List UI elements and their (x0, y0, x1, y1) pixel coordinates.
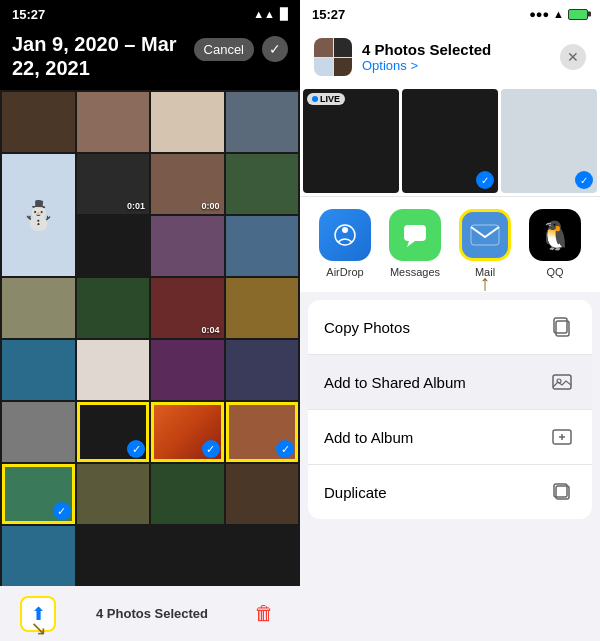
right-status-icons: ●●● ▲ (529, 8, 588, 20)
messages-label: Messages (390, 266, 440, 278)
photo-cell-snowman[interactable] (2, 154, 75, 276)
left-status-icons: ▲▲ ▉ (253, 8, 288, 21)
messages-icon[interactable] (389, 209, 441, 261)
duplicate-icon (548, 478, 576, 506)
photo-cell[interactable] (2, 278, 75, 338)
photo-grid: 0:01 0:00 0:04 ✓ ✓ ✓ ✓ (0, 90, 300, 586)
action-list: Copy Photos Add to Shared Album Add to A… (308, 300, 592, 519)
copy-icon (548, 313, 576, 341)
share-button-container: ↙ ⬆ (20, 596, 56, 632)
shared-album-icon (548, 368, 576, 396)
photo-cell-selected[interactable]: ✓ (2, 464, 75, 524)
action-add-album-label: Add to Album (324, 429, 413, 446)
photo-cell[interactable]: 0:01 (77, 154, 150, 214)
preview-photo-3[interactable]: ✓ (501, 89, 597, 193)
svg-point-1 (342, 227, 348, 233)
options-link[interactable]: Options > (362, 58, 550, 73)
airdrop-label: AirDrop (326, 266, 363, 278)
photo-cell[interactable] (151, 216, 224, 276)
app-item-airdrop: AirDrop (319, 209, 371, 278)
action-duplicate[interactable]: Duplicate (308, 465, 592, 519)
svg-rect-4 (471, 225, 499, 245)
left-title: Jan 9, 2020 – Mar 22, 2021 (12, 32, 177, 80)
photo-cell[interactable] (226, 154, 299, 214)
left-bottom-bar: ↙ ⬆ 4 Photos Selected 🗑 (0, 586, 300, 641)
preview-photo-1[interactable]: LIVE (303, 89, 399, 193)
left-header: Jan 9, 2020 – Mar 22, 2021 Cancel ✓ (0, 28, 300, 90)
qq-icon[interactable]: 🐧 (529, 209, 581, 261)
photo-cell[interactable] (151, 92, 224, 152)
photo-cell[interactable] (226, 216, 299, 276)
share-arrow-indicator: ↙ (30, 616, 47, 640)
mail-arrow-indicator: ↑ (480, 270, 491, 296)
photo-cell[interactable] (151, 340, 224, 400)
close-button[interactable]: ✕ (560, 44, 586, 70)
photo-cell[interactable] (226, 92, 299, 152)
trash-button[interactable]: 🗑 (248, 598, 280, 630)
qq-label: QQ (546, 266, 563, 278)
live-dot (312, 96, 318, 102)
left-status-bar: 15:27 ▲▲ ▉ (0, 0, 300, 28)
photo-cell[interactable] (2, 92, 75, 152)
mail-icon[interactable] (459, 209, 511, 261)
photo-cell-selected[interactable]: ✓ (151, 402, 224, 462)
photo-cell[interactable] (77, 464, 150, 524)
action-add-album[interactable]: Add to Album (308, 410, 592, 465)
photo-cell[interactable] (77, 92, 150, 152)
preview-photo-2[interactable]: ✓ (402, 89, 498, 193)
right-panel: 15:27 ●●● ▲ 4 Photos Selected Options > … (300, 0, 600, 641)
action-duplicate-label: Duplicate (324, 484, 387, 501)
photo-cell[interactable] (2, 526, 75, 586)
right-time: 15:27 (312, 7, 345, 22)
battery-icon (568, 9, 588, 20)
svg-rect-7 (553, 375, 571, 389)
left-time: 15:27 (12, 7, 45, 22)
share-sheet-header: 4 Photos Selected Options > ✕ (300, 28, 600, 86)
action-shared-album[interactable]: Add to Shared Album (308, 355, 592, 410)
action-copy-photos[interactable]: Copy Photos (308, 300, 592, 355)
photo-cell[interactable] (2, 402, 75, 462)
photo-cell[interactable] (77, 216, 150, 276)
battery-icon-left: ▉ (280, 8, 288, 21)
share-header-thumbnail (314, 38, 352, 76)
cancel-button[interactable]: Cancel (194, 38, 254, 61)
photo-cell[interactable]: 0:00 (151, 154, 224, 214)
signal-icon: ●●● (529, 8, 549, 20)
app-item-mail: ↑ Mail (459, 209, 511, 278)
photo-cell[interactable] (151, 464, 224, 524)
action-copy-label: Copy Photos (324, 319, 410, 336)
left-panel: 15:27 ▲▲ ▉ Jan 9, 2020 – Mar 22, 2021 Ca… (0, 0, 300, 641)
photo-cell-selected[interactable]: ✓ (226, 402, 299, 462)
photo-cell[interactable] (77, 340, 150, 400)
app-item-qq: 🐧 QQ (529, 209, 581, 278)
left-header-buttons: Cancel ✓ (194, 36, 288, 62)
photo-cell[interactable]: 0:04 (151, 278, 224, 338)
photo-cell-selected[interactable]: ✓ (77, 402, 150, 462)
check-overlay: ✓ (575, 171, 593, 189)
action-shared-album-label: Add to Shared Album (324, 374, 466, 391)
photo-cell[interactable] (2, 340, 75, 400)
wifi-icon: ▲▲ (253, 8, 275, 20)
right-status-bar: 15:27 ●●● ▲ (300, 0, 600, 28)
photo-cell[interactable] (226, 340, 299, 400)
add-album-icon (548, 423, 576, 451)
svg-rect-2 (404, 225, 426, 241)
checkmark-button[interactable]: ✓ (262, 36, 288, 62)
wifi-icon-right: ▲ (553, 8, 564, 20)
airdrop-icon[interactable] (319, 209, 371, 261)
svg-marker-3 (407, 241, 415, 247)
photo-cell[interactable] (77, 278, 150, 338)
share-apps-row: AirDrop Messages ↑ Mail 🐧 QQ (300, 196, 600, 292)
share-title: 4 Photos Selected (362, 41, 550, 58)
share-title-group: 4 Photos Selected Options > (362, 41, 550, 73)
check-overlay: ✓ (476, 171, 494, 189)
photo-cell[interactable] (226, 464, 299, 524)
photo-cell[interactable] (226, 278, 299, 338)
preview-photos-row: LIVE ✓ ✓ (300, 86, 600, 196)
live-badge: LIVE (307, 93, 345, 105)
app-item-messages: Messages (389, 209, 441, 278)
selected-count-label: 4 Photos Selected (96, 606, 208, 621)
